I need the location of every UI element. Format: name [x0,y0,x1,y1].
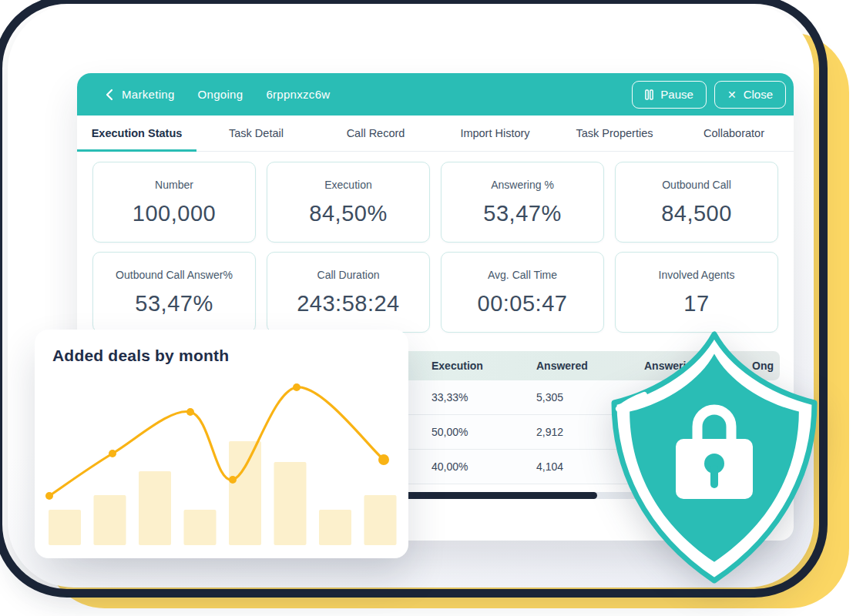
stat-card-avg-call-time: Avg. Call Time 00:05:47 [441,252,604,333]
pause-button[interactable]: Pause [632,81,707,109]
stat-value: 100,000 [93,201,255,226]
stat-card-answering-pct: Answering % 53,47% [441,162,604,243]
stat-card-execution: Execution 84,50% [267,162,430,243]
stat-value: 84,500 [616,201,777,226]
close-button[interactable]: ✕ Close [714,81,786,109]
stat-card-involved-agents: Involved Agents 17 [615,252,778,333]
chart-data-point [293,383,301,391]
chart-bar [139,471,171,545]
stat-value: 17 [616,291,777,316]
stat-label: Outbound Call Answer% [93,269,255,281]
chart-data-point [378,454,389,465]
security-shield-graphic [607,330,821,587]
close-button-label: Close [744,88,773,101]
chart-data-point [229,476,237,484]
tab-task-properties[interactable]: Task Properties [555,116,674,151]
close-icon: ✕ [727,89,737,100]
deals-chart-svg [35,330,408,558]
tab-collaborator[interactable]: Collaborator [674,116,794,151]
pause-button-label: Pause [660,88,693,101]
task-header-bar: Marketing Ongoing 6rppnxzc6w Pause ✕ Clo… [77,73,794,116]
tab-execution-status[interactable]: Execution Status [77,116,196,151]
pause-icon [645,89,653,100]
stat-value: 53,47% [93,291,255,316]
chart-data-point [45,492,53,500]
tab-import-history[interactable]: Import History [435,116,555,151]
chart-bar [184,510,217,545]
stat-value: 00:05:47 [442,291,603,316]
table-header-execution: Execution [432,360,536,372]
breadcrumb-item-status: Ongoing [198,88,243,101]
shield-icon [607,330,821,587]
stat-label: Execution [267,179,429,191]
tab-call-record[interactable]: Call Record [316,116,435,151]
chart-bar [319,510,351,545]
chart-bar [94,495,126,545]
chart-bar [49,510,81,545]
chart-bar [229,441,261,545]
lock-keyhole-stem [710,465,718,488]
stat-value: 243:58:24 [267,291,429,316]
stat-card-outbound-call: Outbound Call 84,500 [615,162,778,243]
stat-card-outbound-answer-pct: Outbound Call Answer% 53,47% [92,252,256,333]
table-cell-execution: 50,00% [432,426,536,438]
stat-label: Avg. Call Time [442,269,603,281]
chart-data-point [186,408,194,416]
table-cell-execution: 40,00% [432,460,536,473]
deals-chart-card: Added deals by month [35,330,408,558]
breadcrumb-item-task-id: 6rppnxzc6w [266,88,330,101]
breadcrumb-item-marketing[interactable]: Marketing [122,88,175,101]
chart-bar [364,495,397,545]
stat-label: Answering % [442,179,603,191]
stat-value: 84,50% [267,201,429,226]
stat-label: Number [93,179,255,191]
header-actions: Pause ✕ Close [632,81,787,109]
chart-bar [274,462,307,545]
stat-value: 53,47% [442,201,603,226]
stat-card-call-duration: Call Duration 243:58:24 [267,252,430,333]
stat-card-number: Number 100,000 [92,162,256,243]
tab-task-detail[interactable]: Task Detail [196,116,316,151]
chart-trend-line [49,387,384,496]
tab-bar: Execution Status Task Detail Call Record… [77,116,794,152]
stat-label: Outbound Call [616,179,777,191]
breadcrumb: Marketing Ongoing 6rppnxzc6w [105,88,330,101]
stat-label: Involved Agents [616,269,777,281]
stat-label: Call Duration [267,269,429,281]
breadcrumb-back[interactable]: Marketing [105,88,175,101]
chart-data-point [109,450,116,457]
table-cell-execution: 33,33% [432,391,536,403]
chevron-left-icon [105,89,114,101]
stats-grid: Number 100,000 Execution 84,50% Answerin… [92,162,778,333]
